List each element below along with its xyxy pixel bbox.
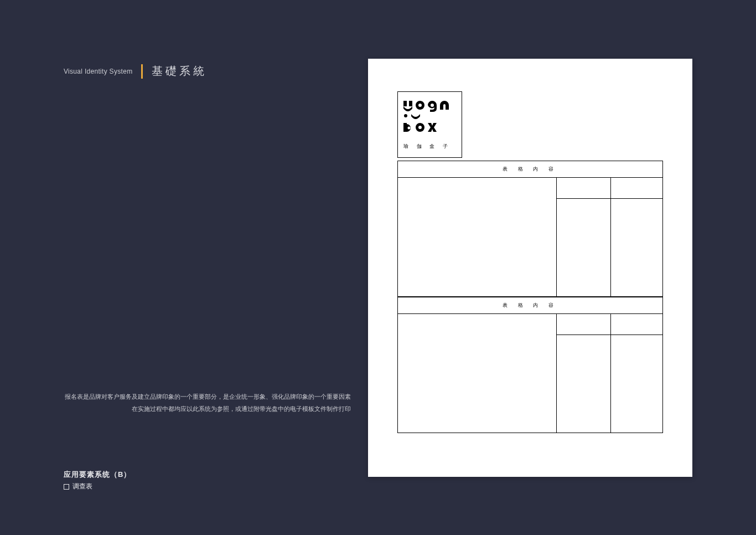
description-block: 报名表是品牌对客户服务及建立品牌印象的一个重要部分，是企业统一形象、强化品牌印象… <box>65 390 351 415</box>
footer-sub-label: 调查表 <box>73 482 92 491</box>
yoga-box-logo <box>403 101 457 135</box>
logo-subtitle: 瑜 伽 盒 子 <box>403 143 456 150</box>
table-vline <box>556 178 557 296</box>
logo-box: 瑜 伽 盒 子 <box>397 91 462 158</box>
table-vline <box>556 314 557 433</box>
svg-rect-0 <box>403 101 407 106</box>
table-header-2: 表 格 内 容 <box>398 297 662 314</box>
form-table-1: 表 格 内 容 <box>397 161 663 297</box>
form-page: 瑜 伽 盒 子 表 格 内 容 表 格 内 容 <box>368 59 692 477</box>
svg-point-2 <box>404 114 407 117</box>
table-vline <box>610 314 611 433</box>
table-body-1 <box>398 178 662 296</box>
form-table-2: 表 格 内 容 <box>397 297 663 433</box>
checkbox-icon <box>64 484 69 490</box>
table-vline <box>610 178 611 296</box>
header-chinese: 基礎系統 <box>152 64 207 79</box>
table-body-2 <box>398 314 662 433</box>
header: Visual Identity System 基礎系統 <box>64 64 207 79</box>
svg-rect-1 <box>409 101 412 106</box>
table-hline <box>556 198 662 199</box>
svg-point-4 <box>408 127 411 130</box>
footer: 应用要素系统（B） 调查表 <box>64 470 131 491</box>
header-english: Visual Identity System <box>64 68 132 75</box>
svg-rect-3 <box>403 123 407 132</box>
footer-title: 应用要素系统（B） <box>64 470 131 480</box>
description-line-1: 报名表是品牌对客户服务及建立品牌印象的一个重要部分，是企业统一形象、强化品牌印象… <box>65 390 351 403</box>
footer-subtitle: 调查表 <box>64 482 131 491</box>
table-header-1: 表 格 内 容 <box>398 161 662 178</box>
description-line-2: 在实施过程中都均应以此系统为参照，或通过附带光盘中的电子模板文件制作打印 <box>65 403 351 415</box>
table-hline <box>556 335 662 335</box>
header-divider <box>141 64 143 79</box>
